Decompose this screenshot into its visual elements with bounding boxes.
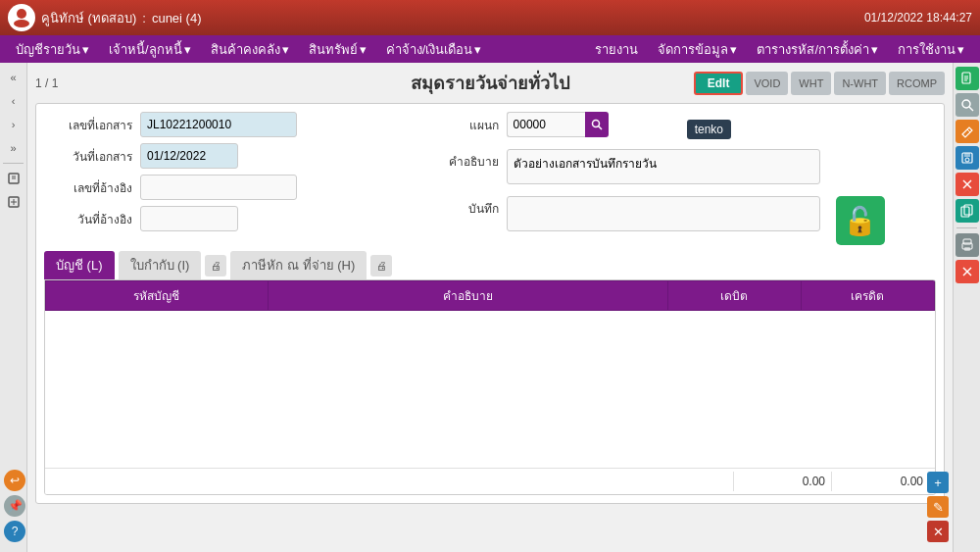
table-footer: 0.00 0.00 [45, 468, 935, 494]
form-row-ref: เลขที่อ้างอิง [44, 175, 395, 200]
sidebar-icon-1[interactable] [3, 168, 24, 189]
debit-total: 0.00 [733, 472, 831, 491]
ref-input[interactable] [140, 175, 297, 200]
form-right: แผนก คำอธิบาย บันทึก [411, 112, 936, 245]
nav-next[interactable]: › [3, 114, 24, 135]
data-table: รหัสบัญชี คำอธิบาย เดบิต เครดิต [45, 280, 935, 311]
dept-label: แผนก [411, 116, 499, 134]
table-header-row: รหัสบัญชี คำอธิบาย เดบิต เครดิต [46, 281, 935, 311]
delete-button[interactable] [956, 173, 979, 196]
tooltip: tenko [687, 120, 731, 139]
edit-icon-button[interactable] [956, 120, 979, 143]
help-button[interactable]: ? [4, 521, 25, 542]
right-sep [956, 227, 978, 228]
edit-button[interactable]: EdIt [694, 72, 744, 95]
search-button[interactable] [956, 93, 979, 117]
tab-account[interactable]: บัญชี (L) [44, 251, 115, 279]
col-credit: เครดิต [801, 281, 934, 311]
bottom-actions: + ✎ ✕ [927, 472, 949, 542]
pin-button[interactable]: 📌 [4, 495, 25, 517]
svg-line-15 [969, 107, 973, 111]
svg-line-16 [967, 129, 970, 132]
nav-last[interactable]: » [3, 137, 24, 159]
company-name: คูนิทักษ์ (ทดสอบ) [41, 8, 136, 28]
svg-point-14 [962, 100, 970, 108]
close-button[interactable] [956, 260, 979, 283]
nav-prev[interactable]: ‹ [3, 90, 24, 112]
tab-tax[interactable]: ภาษีหัก ณ ที่จ่าย (H) [230, 251, 367, 279]
topbar: คูนิทักษ์ (ทดสอบ) : cunei (4) 01/12/2022… [0, 0, 980, 35]
ref-date-label: วันที่อ้างอิง [44, 210, 132, 228]
ref-date-input[interactable] [140, 206, 238, 231]
col-description: คำอธิบาย [268, 281, 667, 311]
nav-reports[interactable]: รายงาน [587, 36, 646, 63]
sidebar-sep-1 [3, 163, 24, 164]
btn-toolbar: EdIt VOID WHT N-WHT RCOMP [694, 72, 945, 95]
note-label: บันทึก [411, 196, 499, 218]
note-textarea[interactable] [507, 196, 820, 231]
nav-ap-ar[interactable]: เจ้าหนี้/ลูกหนี้ ▾ [101, 36, 199, 63]
tab-invoice[interactable]: ใบกำกับ (I) [119, 251, 202, 279]
page-counter: 1 / 1 [35, 76, 58, 90]
right-sidebar [953, 63, 980, 552]
edit-row-button[interactable]: ✎ [927, 496, 949, 518]
nav-usage[interactable]: การใช้งาน ▾ [890, 36, 972, 63]
page-header: 1 / 1 สมุดรายวันจ่ายทั่วไป EdIt VOID WHT… [35, 69, 945, 97]
tabs-row: บัญชี (L) ใบกำกับ (I) 🖨 ภาษีหัก ณ ที่จ่า… [44, 251, 936, 279]
date-input[interactable] [140, 143, 238, 169]
svg-point-1 [14, 20, 29, 27]
nwht-button[interactable]: N-WHT [834, 72, 886, 95]
form-row-docnum: เลขที่เอกสาร [44, 112, 395, 137]
dept-input[interactable] [507, 112, 585, 137]
nav-inventory[interactable]: สินค้าคงคลัง ▾ [203, 36, 297, 63]
svg-point-0 [17, 9, 26, 19]
doc-num-label: เลขที่เอกสาร [44, 116, 132, 134]
nav-payroll[interactable]: ค่าจ้าง/เงินเดือน ▾ [378, 36, 490, 63]
form-area: เลขที่เอกสาร วันที่เอกสาร เลขที่อ้างอิง … [35, 103, 945, 504]
print-button[interactable] [956, 233, 979, 257]
nav-assets[interactable]: สินทรัพย์ ▾ [301, 36, 374, 63]
add-row-button[interactable]: + [927, 472, 949, 493]
main-content: « ‹ › » 1 / 1 สมุดรายวันจ่ายทั่วไป EdIt … [0, 63, 980, 552]
nav-data-mgmt[interactable]: จัดการข้อมูล ▾ [650, 36, 745, 63]
new-doc-button[interactable] [956, 67, 979, 90]
form-row-note: บันทึก 🔓 [411, 196, 936, 245]
tab-invoice-print[interactable]: 🖨 [205, 255, 226, 276]
svg-rect-18 [964, 153, 970, 157]
delete-row-button[interactable]: ✕ [927, 521, 949, 542]
tab-tax-print[interactable]: 🖨 [370, 255, 392, 276]
rcomp-button[interactable]: RCOMP [889, 72, 945, 95]
nav-journal[interactable]: บัญชีรายวัน ▾ [8, 36, 97, 63]
date-label: วันที่เอกสาร [44, 147, 132, 166]
table-body-area [45, 311, 935, 468]
username: cunei (4) [152, 11, 202, 25]
datetime: 01/12/2022 18:44:27 [864, 11, 972, 25]
copy-button[interactable] [956, 199, 979, 223]
desc-textarea[interactable] [507, 149, 820, 184]
save-button[interactable] [956, 146, 979, 170]
svg-point-19 [965, 158, 969, 162]
svg-rect-26 [964, 247, 970, 251]
form-row-refdate: วันที่อ้างอิง [44, 206, 395, 231]
bottom-left-actions: ↩ 📌 ? [4, 470, 25, 542]
doc-num-input[interactable] [140, 112, 297, 137]
credit-total: 0.00 [831, 472, 929, 491]
col-debit: เดบิต [667, 281, 801, 311]
data-table-container: รหัสบัญชี คำอธิบาย เดบิต เครดิต 0.00 0.0… [44, 279, 936, 495]
nav-first[interactable]: « [3, 67, 24, 88]
back-button[interactable]: ↩ [4, 470, 25, 491]
sidebar-icon-2[interactable] [3, 191, 24, 213]
form-row-date: วันที่เอกสาร [44, 143, 395, 169]
dept-search-btn[interactable] [585, 112, 609, 137]
form-row-dept: แผนก [411, 112, 936, 137]
center-panel: 1 / 1 สมุดรายวันจ่ายทั่วไป EdIt VOID WHT… [27, 63, 953, 552]
void-button[interactable]: VOID [746, 72, 788, 95]
lock-icon: 🔓 [836, 196, 885, 245]
nav-settings[interactable]: ตารางรหัส/การตั้งค่า ▾ [749, 36, 886, 63]
svg-line-9 [598, 126, 602, 130]
form-row-desc: คำอธิบาย [411, 149, 936, 184]
wht-button[interactable]: WHT [791, 72, 831, 95]
col-account-code: รหัสบัญชี [46, 281, 269, 311]
page-title: สมุดรายวันจ่ายทั่วไป [411, 69, 569, 97]
dept-input-group [507, 112, 609, 137]
